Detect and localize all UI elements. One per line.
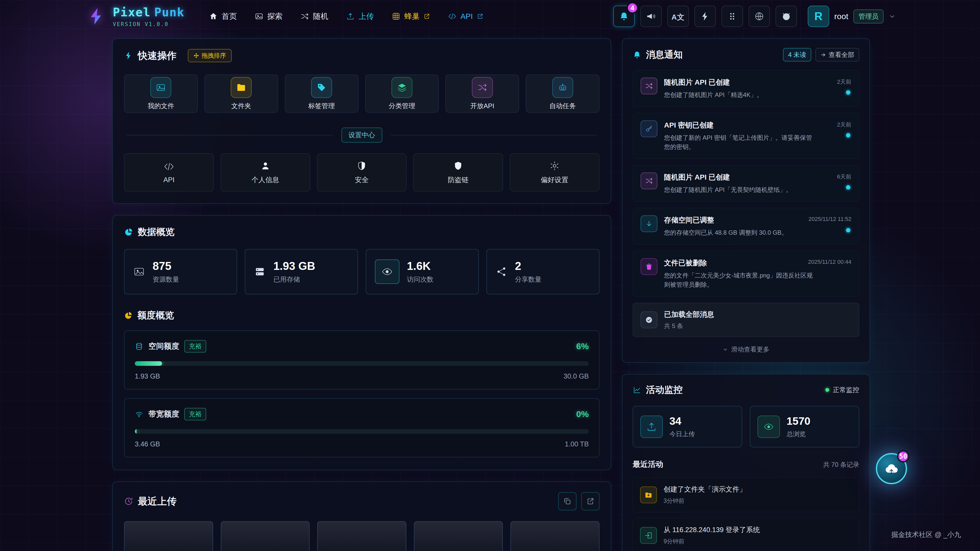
nav-item[interactable]: API bbox=[448, 11, 483, 22]
settings-tile-icon bbox=[549, 160, 560, 171]
activity-monitor-panel: 活动监控 正常监控 34 今日上传 bbox=[622, 374, 870, 551]
main-content: 快速操作 拖拽排序 我的文件 文件夹 bbox=[0, 33, 980, 551]
topbar-button[interactable]: 4 bbox=[613, 6, 635, 27]
notification-time: 2天前 bbox=[837, 121, 851, 129]
notification-title: 随机图片 API 已创建 bbox=[664, 172, 813, 182]
nav-item-icon bbox=[301, 12, 309, 21]
activity-stat-label: 总浏览 bbox=[787, 430, 810, 438]
view-all-button[interactable]: 查看全部 bbox=[815, 48, 859, 62]
settings-center-chip[interactable]: 设置中心 bbox=[342, 127, 382, 143]
quick-action-tile[interactable]: 我的文件 bbox=[124, 75, 198, 113]
upload-thumbnail[interactable] bbox=[124, 521, 213, 551]
settings-tile-icon bbox=[260, 160, 271, 171]
activity-stat-card[interactable]: 34 今日上传 bbox=[633, 406, 742, 448]
quick-action-tile[interactable]: 自动任务 bbox=[526, 75, 600, 113]
quick-action-tile[interactable]: 文件夹 bbox=[204, 75, 278, 113]
stat-value: 2 bbox=[515, 260, 542, 272]
stat-label: 已用存储 bbox=[273, 275, 315, 284]
topbar-button-icon bbox=[754, 11, 764, 21]
topbar-button[interactable] bbox=[694, 6, 716, 27]
topbar-controls: 4 A文 bbox=[613, 6, 896, 27]
topbar-icon-buttons: 4 A文 bbox=[613, 6, 797, 27]
chart-line-icon bbox=[633, 386, 641, 394]
upload-thumbnail[interactable] bbox=[221, 521, 310, 551]
activity-item[interactable]: 从 116.228.240.139 登录了系统 9分钟前 bbox=[633, 518, 859, 551]
upload-thumbnail[interactable] bbox=[511, 521, 600, 551]
quick-action-tile[interactable]: 开放API bbox=[445, 75, 519, 113]
bolt-icon bbox=[124, 51, 133, 60]
activity-item[interactable]: 创建了文件夹「演示文件」 3分钟前 bbox=[633, 477, 859, 512]
quick-action-icon bbox=[231, 77, 251, 98]
quota-total: 1.00 TB bbox=[565, 440, 589, 448]
status-dot bbox=[825, 388, 829, 392]
notification-title: API 密钥已创建 bbox=[664, 121, 813, 130]
stat-value: 1.6K bbox=[407, 260, 434, 272]
quick-action-label: 自动任务 bbox=[549, 102, 576, 110]
topbar-button[interactable] bbox=[776, 6, 797, 27]
notification-item[interactable]: 随机图片 API 已创建 您创建了随机图片 API「无畏契约随机壁纸」。 6天前 bbox=[633, 165, 859, 202]
notification-item[interactable]: 文件已被删除 您的文件「二次元美少女-城市夜景.png」因违反社区规则被管理员删… bbox=[633, 251, 859, 297]
settings-tile[interactable]: 防盗链 bbox=[413, 153, 503, 192]
nav-item[interactable]: 上传 bbox=[346, 11, 374, 22]
nav-item-icon bbox=[209, 12, 218, 21]
settings-tile[interactable]: API bbox=[124, 153, 214, 192]
upload-thumbnail[interactable] bbox=[414, 521, 503, 551]
settings-tile[interactable]: 偏好设置 bbox=[510, 153, 600, 192]
user-menu[interactable]: R root 管理员 bbox=[808, 6, 896, 27]
pie-chart-icon bbox=[124, 227, 133, 237]
topbar-button[interactable] bbox=[640, 6, 662, 27]
topbar-button[interactable] bbox=[721, 6, 743, 27]
unread-count-badge[interactable]: 4 未读 bbox=[783, 48, 811, 62]
notification-title: 存储空间已调整 bbox=[664, 215, 813, 225]
stat-cards: 875 资源数量 1.93 GB 已用存储 bbox=[124, 249, 600, 294]
nav-item-icon bbox=[346, 12, 355, 21]
quick-action-label: 我的文件 bbox=[148, 102, 174, 110]
topbar-button[interactable] bbox=[749, 6, 770, 27]
brand-logo[interactable]: PixelPunk VERSION V1.0.0 bbox=[87, 5, 185, 28]
settings-grid: API 个人信息 安全 防盗链 bbox=[124, 153, 600, 192]
stat-card[interactable]: 1.93 GB 已用存储 bbox=[245, 249, 358, 294]
drag-sort-badge[interactable]: 拖拽排序 bbox=[188, 49, 232, 62]
quick-action-label: 开放API bbox=[470, 102, 494, 110]
activity-item-icon bbox=[640, 486, 657, 503]
settings-tile[interactable]: 个人信息 bbox=[221, 153, 310, 192]
layout-toggle-button[interactable] bbox=[558, 492, 576, 510]
right-column: 消息通知 4 未读 查看全部 随机图片 API 已创建 您 bbox=[622, 38, 870, 551]
stat-card[interactable]: 875 资源数量 bbox=[124, 249, 237, 294]
quota-progress-fill bbox=[135, 429, 137, 433]
topbar-button-icon bbox=[646, 11, 656, 21]
quick-action-tile[interactable]: 标签管理 bbox=[285, 75, 359, 113]
notification-item[interactable]: 存储空间已调整 您的存储空间已从 48.8 GB 调整到 30.0 GB。 20… bbox=[633, 208, 859, 245]
notification-description: 您创建了随机图片 API「精选4K」。 bbox=[664, 90, 813, 100]
activity-stat-card[interactable]: 1570 总浏览 bbox=[750, 406, 859, 448]
stat-value: 875 bbox=[153, 260, 179, 272]
nav-item[interactable]: 随机 bbox=[301, 11, 328, 22]
floating-upload-button[interactable]: 50 bbox=[876, 453, 907, 484]
data-overview-title: 数据概览 bbox=[138, 226, 175, 238]
open-gallery-button[interactable] bbox=[581, 492, 600, 510]
stat-card[interactable]: 2 分享数量 bbox=[487, 249, 600, 294]
nav-item[interactable]: 首页 bbox=[209, 11, 237, 22]
quick-actions-title: 快速操作 bbox=[138, 49, 177, 62]
stat-label: 资源数量 bbox=[153, 275, 179, 284]
topbar-button[interactable]: A文 bbox=[667, 6, 689, 27]
activity-stat-label: 今日上传 bbox=[670, 430, 695, 438]
quota-percent: 6% bbox=[576, 341, 589, 351]
notification-item[interactable]: API 密钥已创建 您创建了新的 API 密钥「笔记上传图片」。请妥善保管您的密… bbox=[633, 113, 859, 159]
settings-tile[interactable]: 安全 bbox=[317, 153, 407, 192]
quick-action-label: 分类管理 bbox=[389, 102, 415, 110]
notification-item[interactable]: 随机图片 API 已创建 您创建了随机图片 API「精选4K」。 2天前 bbox=[633, 70, 859, 107]
upload-thumbnail[interactable] bbox=[317, 521, 406, 551]
brand-version: VERSION V1.0.0 bbox=[113, 21, 185, 27]
quick-action-tile[interactable]: 分类管理 bbox=[365, 75, 439, 113]
avatar: R bbox=[808, 6, 829, 27]
stat-card[interactable]: 1.6K 访问次数 bbox=[366, 249, 479, 294]
top-navbar: PixelPunk VERSION V1.0.0 首页 探索 随机 bbox=[0, 0, 980, 33]
nav-item[interactable]: 探索 bbox=[255, 11, 283, 22]
nav-item[interactable]: 蜂巢 bbox=[392, 11, 430, 22]
quick-action-label: 标签管理 bbox=[308, 102, 335, 110]
notification-title: 随机图片 API 已创建 bbox=[664, 78, 813, 87]
activity-record-count: 共 70 条记录 bbox=[823, 460, 859, 469]
settings-tile-icon bbox=[453, 160, 463, 171]
notification-description: 您的存储空间已从 48.8 GB 调整到 30.0 GB。 bbox=[664, 228, 813, 237]
